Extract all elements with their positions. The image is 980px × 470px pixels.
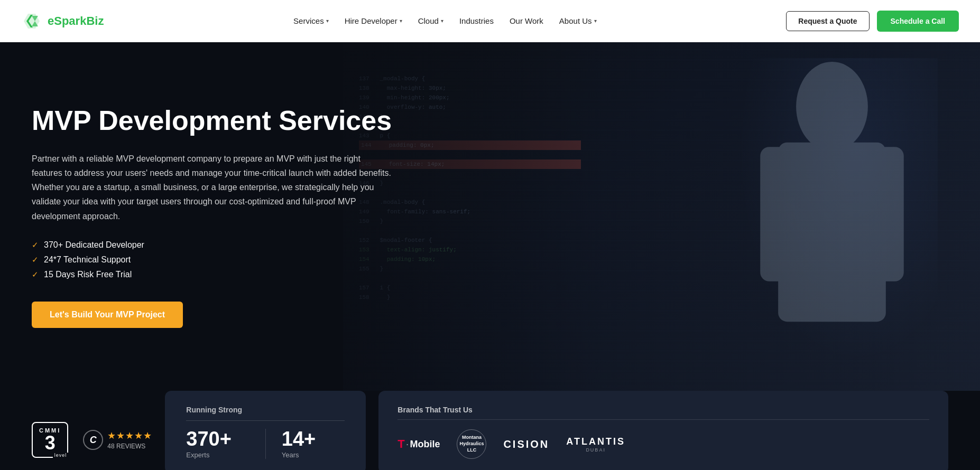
cmmi-level: level bbox=[53, 453, 69, 458]
chevron-down-icon: ▾ bbox=[441, 18, 443, 24]
svg-rect-4 bbox=[778, 143, 886, 322]
stat-experts: 370+ Experts bbox=[186, 429, 266, 459]
bottom-bar: CMMI 3 level C ★★★★★ 48 REVIEWS Running … bbox=[0, 391, 980, 470]
check-icon: ✓ bbox=[32, 270, 39, 279]
stat-number: 14+ bbox=[282, 429, 345, 449]
hero-content: MVP Development Services Partner with a … bbox=[0, 42, 392, 391]
star-rating: ★★★★★ bbox=[107, 430, 152, 441]
brand-montana: Montana Hydraulics LLC bbox=[457, 429, 486, 459]
nav-item-ourwork[interactable]: Our Work bbox=[510, 16, 543, 25]
svg-rect-5 bbox=[760, 147, 787, 281]
hero-section: 137 _modal-body { 138 max-height: 30px; … bbox=[0, 42, 980, 391]
chevron-down-icon: ▾ bbox=[400, 18, 402, 24]
stat-label: Experts bbox=[186, 451, 249, 459]
nav-item-cloud[interactable]: Cloud ▾ bbox=[418, 16, 443, 25]
stats-items: 370+ Experts 14+ Years bbox=[186, 429, 345, 459]
badges-section: CMMI 3 level C ★★★★★ 48 REVIEWS bbox=[32, 411, 152, 470]
schedule-call-button[interactable]: Schedule a Call bbox=[877, 11, 959, 32]
feature-item: ✓ 370+ Dedicated Developer bbox=[32, 240, 392, 250]
stat-number: 370+ bbox=[186, 429, 249, 449]
brand-cision: CISION bbox=[503, 438, 549, 450]
stats-card: Running Strong 370+ Experts 14+ Years bbox=[165, 391, 366, 470]
stat-years: 14+ Years bbox=[282, 429, 345, 459]
main-nav: Services ▾ Hire Developer ▾ Cloud ▾ Indu… bbox=[293, 16, 596, 25]
brands-title: Brands That Trust Us bbox=[397, 406, 929, 420]
hero-background: 137 _modal-body { 138 max-height: 30px; … bbox=[343, 42, 980, 391]
feature-item: ✓ 15 Days Risk Free Trial bbox=[32, 270, 392, 279]
svg-point-3 bbox=[796, 62, 868, 152]
brands-logos: T·Mobile Montana Hydraulics LLC CISION A… bbox=[397, 429, 929, 459]
svg-rect-6 bbox=[877, 147, 904, 281]
nav-item-hire[interactable]: Hire Developer ▾ bbox=[345, 16, 402, 25]
brand-tmobile: T·Mobile bbox=[397, 437, 440, 451]
nav-item-services[interactable]: Services ▾ bbox=[293, 16, 329, 25]
reviews-count: 48 REVIEWS bbox=[107, 443, 152, 450]
chevron-down-icon: ▾ bbox=[594, 18, 597, 24]
cmmi-number: 3 bbox=[45, 434, 56, 453]
check-icon: ✓ bbox=[32, 255, 39, 265]
nav-item-aboutus[interactable]: About Us ▾ bbox=[559, 16, 597, 25]
clutch-badge: C ★★★★★ 48 REVIEWS bbox=[83, 430, 152, 450]
brands-card: Brands That Trust Us T·Mobile Montana Hy… bbox=[378, 391, 948, 470]
logo-text: eSparkBiz bbox=[48, 14, 104, 28]
logo[interactable]: eSparkBiz bbox=[21, 11, 104, 32]
feature-item: ✓ 24*7 Technical Support bbox=[32, 255, 392, 265]
clutch-info: ★★★★★ 48 REVIEWS bbox=[107, 430, 152, 450]
logo-icon bbox=[21, 11, 42, 32]
chevron-down-icon: ▾ bbox=[326, 18, 329, 24]
header: eSparkBiz Services ▾ Hire Developer ▾ Cl… bbox=[0, 0, 980, 42]
nav-item-industries[interactable]: Industries bbox=[459, 16, 494, 25]
hero-title: MVP Development Services bbox=[32, 105, 392, 137]
header-actions: Request a Quote Schedule a Call bbox=[786, 11, 959, 32]
hero-features-list: ✓ 370+ Dedicated Developer ✓ 24*7 Techni… bbox=[32, 240, 392, 279]
person-silhouette bbox=[716, 53, 948, 366]
brand-atlantis: ATLANTIS DUBAI bbox=[566, 436, 625, 453]
stats-title: Running Strong bbox=[186, 406, 345, 421]
check-icon: ✓ bbox=[32, 240, 39, 250]
cta-button[interactable]: Let's Build Your MVP Project bbox=[32, 302, 183, 328]
hero-description: Partner with a reliable MVP development … bbox=[32, 152, 391, 223]
stat-label: Years bbox=[282, 451, 345, 459]
request-quote-button[interactable]: Request a Quote bbox=[786, 11, 869, 31]
cmmi-badge: CMMI 3 level bbox=[32, 422, 68, 458]
clutch-logo: C bbox=[83, 430, 103, 450]
